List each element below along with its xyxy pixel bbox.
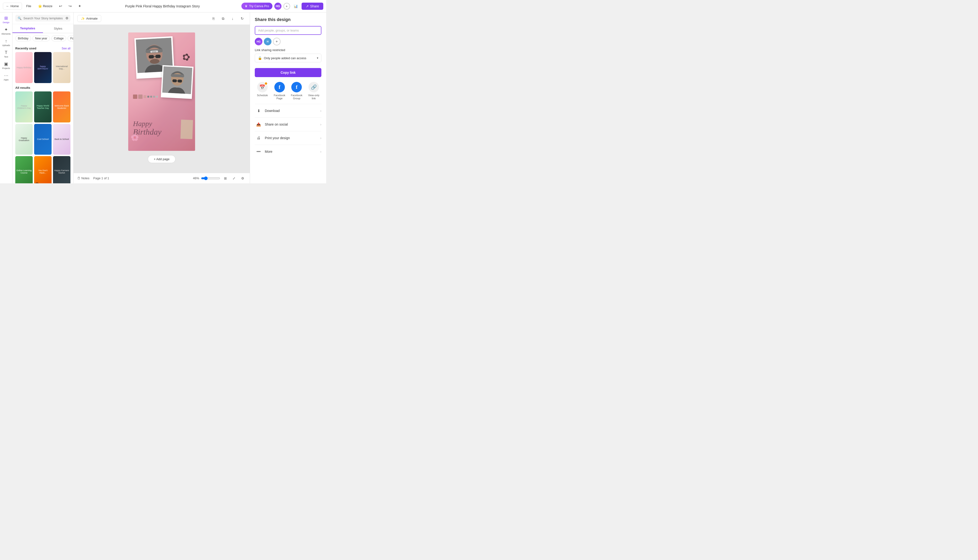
all-results-title: All results (15, 86, 30, 90)
template-label-ar2: Happy World Teacher Day (34, 92, 52, 122)
sidebar-text-label: Text (4, 56, 8, 58)
elements-icon: ✦ (4, 27, 8, 32)
more-label: More (265, 150, 272, 153)
resize-button[interactable]: ⭐ Resize (35, 3, 55, 10)
share-label: Share (310, 4, 319, 8)
page-info: Page 1 of 1 (93, 177, 109, 180)
design-preview[interactable]: BRAND (128, 32, 195, 151)
add-page-button[interactable]: + Add page (148, 155, 175, 163)
sidebar-item-apps[interactable]: ⋯ Apps (1, 72, 12, 82)
file-button[interactable]: File (24, 3, 34, 9)
chip-food[interactable]: Food (68, 35, 73, 41)
stats-icon[interactable]: 📊 (292, 2, 300, 10)
copy-button[interactable]: ⎘ (210, 15, 217, 22)
sidebar-item-design[interactable]: ⊞ Design (1, 14, 12, 25)
chip-newyear[interactable]: New year (32, 35, 50, 41)
canvas-actions: ⎘ ⧉ ↓ ↻ (210, 15, 246, 22)
tab-styles[interactable]: Styles (43, 24, 73, 33)
settings-button[interactable]: ⚙ (239, 175, 246, 182)
projects-icon: ▣ (4, 62, 8, 67)
avatar-h: H (264, 38, 272, 45)
animate-label: Animate (86, 17, 98, 20)
download-canvas-button[interactable]: ↓ (229, 15, 236, 22)
animate-button[interactable]: ✨ Animate (77, 15, 101, 22)
svg-text:BRAND: BRAND (152, 51, 156, 53)
design-icon: ⊞ (4, 15, 8, 21)
expand-button[interactable]: ⤢ (231, 175, 237, 182)
template-thumb-ar8[interactable]: You Don't Have... ▶ (34, 156, 52, 183)
home-button[interactable]: ← Home (3, 3, 22, 10)
topbar-left: ← Home File ⭐ Resize ↩ ↪ ✦ (3, 2, 83, 10)
canvas-footer: 🗒 Notes Page 1 of 1 46% ⊞ ⤢ ⚙ (73, 173, 250, 183)
template-thumb-ar6[interactable]: Back to School (53, 124, 70, 155)
sidebar-item-text[interactable]: T Text (1, 49, 12, 59)
chip-birthday[interactable]: Birthday (15, 35, 31, 41)
view-link-icon: 🔗 (311, 84, 317, 90)
download-icon: ⬇ (255, 107, 262, 115)
view-link-icon-circle: 🔗 (309, 82, 319, 92)
grid-view-button[interactable]: ⊞ (222, 175, 229, 182)
template-thumb-ar1[interactable]: Happy Children's Day (15, 92, 33, 122)
share-item-view-link[interactable]: 🔗 View-only link (306, 82, 321, 100)
template-label-ar6: Back to School (53, 124, 70, 155)
recently-used-title: Recently used (15, 47, 36, 50)
template-thumb-ru2[interactable]: happy BIRTHDAY (34, 52, 52, 83)
sidebar-item-uploads[interactable]: ↑ Uploads (1, 37, 12, 48)
search-icon: 🔍 (18, 17, 22, 20)
template-thumb-ar4[interactable]: Happy Graduation (15, 124, 33, 155)
print-chevron-icon: › (320, 136, 321, 140)
redo-button[interactable]: ↪ (66, 2, 74, 10)
zoom-slider[interactable] (201, 177, 220, 180)
template-label-ar5: Cool School (34, 124, 52, 155)
social-action[interactable]: 📤 Share on social › (255, 117, 321, 131)
avatar[interactable]: HG (274, 3, 282, 10)
add-people-button[interactable]: + (273, 38, 280, 45)
panel-tabs: Templates Styles (12, 24, 73, 33)
share-button[interactable]: ↗ Share (302, 3, 323, 10)
add-button[interactable]: + (284, 3, 290, 10)
share-item-fb-page[interactable]: f Facebook Page (272, 82, 287, 100)
template-thumb-ru3[interactable]: International Day... (53, 52, 70, 83)
undo-button[interactable]: ↩ (57, 2, 64, 10)
template-thumb-ar9[interactable]: Happy Farmers Market (53, 156, 70, 183)
document-title: Purple Pink Floral Happy Birthday Instag… (85, 4, 239, 8)
animate-icon: ✨ (81, 17, 85, 20)
more-action[interactable]: ••• More › (255, 145, 321, 158)
template-thumb-ar2[interactable]: Happy World Teacher Day (34, 92, 52, 122)
svg-rect-3 (149, 55, 154, 58)
template-thumb-ar7[interactable]: Online Learning Course (15, 156, 33, 183)
template-thumb-ar3[interactable]: Welcome Back Students! (53, 92, 70, 122)
kraft-paper (180, 120, 193, 139)
avatars-row: HG H + (255, 38, 321, 45)
sidebar-item-projects[interactable]: ▣ Projects (1, 60, 12, 71)
print-action[interactable]: 🖨 Print your design › (255, 131, 321, 145)
print-icon: 🖨 (255, 134, 262, 142)
filter-button[interactable]: ⚙ (65, 16, 68, 20)
all-results-grid: Happy Children's Day Happy World Teacher… (15, 92, 70, 183)
sidebar-item-elements[interactable]: ✦ Elements (1, 26, 12, 36)
sidebar-elements-label: Elements (2, 33, 11, 35)
template-thumb-ar5[interactable]: Cool School (34, 124, 52, 155)
photo-secondary (161, 65, 194, 99)
fb-group-icon: f (296, 84, 297, 90)
magic-button[interactable]: ✦ (76, 2, 83, 10)
chip-collage[interactable]: Collage (51, 35, 67, 41)
filter-chips: Birthday New year Collage Food › (12, 33, 73, 44)
duplicate-button[interactable]: ⧉ (219, 15, 227, 22)
link-dropdown[interactable]: 🔒 Only people added can access ▾ (255, 54, 321, 62)
share-item-fb-group[interactable]: f Facebook Group (289, 82, 304, 100)
share-item-schedule[interactable]: 📅 Schedule (255, 82, 270, 100)
refresh-button[interactable]: ↻ (238, 15, 246, 22)
notes-button[interactable]: 🗒 Notes (77, 177, 90, 180)
try-pro-button[interactable]: ♛ Try Canva Pro (241, 3, 272, 10)
download-action[interactable]: ⬇ Download › (255, 104, 321, 117)
search-input[interactable] (23, 17, 63, 20)
copy-link-button[interactable]: Copy link (255, 68, 321, 77)
canvas-content: BRAND (73, 25, 250, 173)
all-results-header: All results (15, 83, 70, 92)
people-input[interactable] (255, 26, 321, 35)
template-thumb-ru1[interactable]: Happy Birthday (15, 52, 33, 83)
tab-templates[interactable]: Templates (12, 24, 43, 33)
see-all-link[interactable]: See all (62, 47, 70, 50)
search-box: 🔍 ⚙ (15, 15, 70, 22)
